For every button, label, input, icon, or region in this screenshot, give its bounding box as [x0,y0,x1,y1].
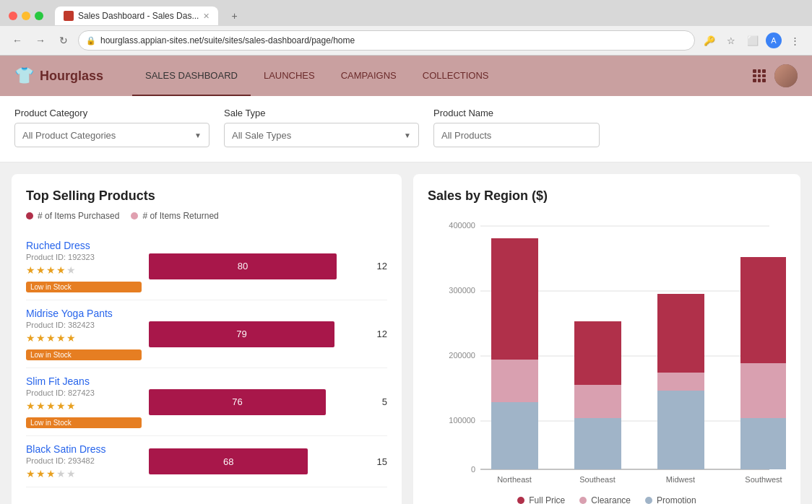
returned-value: 12 [373,261,387,271]
profile-icon[interactable]: A [766,32,782,48]
nav-collections[interactable]: COLLECTIONS [410,56,502,96]
legend-promotion-label: Promotion [657,495,696,504]
legend-returned-label: # of Items Returned [142,211,218,221]
sale-type-label: Sale Type [224,108,419,118]
bar-midwest-promotion [657,391,704,469]
returned-value: 15 [373,456,387,467]
purchased-bar: 68 [149,448,308,474]
svg-text:100000: 100000 [449,416,475,425]
star-3: ★ [46,468,56,479]
legend-dot-full-price [517,497,524,504]
bar-southeast-fullprice [574,321,621,385]
new-tab-button[interactable]: + [224,6,244,26]
reading-mode-icon[interactable]: ⬜ [744,32,761,49]
bar-wrapper: 80 [149,253,370,279]
key-icon[interactable]: 🔑 [701,32,718,49]
browser-toolbar: ← → ↻ 🔒 hourglass.appian-sites.net/suite… [0,26,812,55]
svg-text:Midwest: Midwest [666,475,695,484]
reload-button[interactable]: ↻ [55,32,72,49]
product-name-input[interactable]: All Products [433,123,600,147]
star-1: ★ [26,264,35,276]
bookmark-icon[interactable]: ☆ [722,32,740,49]
app-header: 👕 Hourglass SALES DASHBOARD LAUNCHES CAM… [0,56,812,96]
nav-sales-dashboard[interactable]: SALES DASHBOARD [132,56,251,96]
browser-chrome: Sales Dashboard - Sales Das... ✕ + ← → ↻… [0,0,812,56]
star-5: ★ [66,400,76,412]
app-logo: 👕 Hourglass [14,66,103,85]
legend-clearance-label: Clearance [591,495,631,504]
bar-southeast-promotion [574,418,621,469]
bar-northeast-promotion [491,402,538,469]
sale-type-select[interactable]: All Sale Types ▼ [224,123,419,147]
minimize-button[interactable] [22,12,30,20]
product-name-filter: Product Name All Products [433,108,600,147]
browser-tab[interactable]: Sales Dashboard - Sales Das... ✕ [55,6,218,25]
table-row: Black Satin Dress Product ID: 293482 ★ ★… [26,436,387,487]
browser-titlebar: Sales Dashboard - Sales Das... ✕ + [0,0,812,26]
star-4: ★ [56,400,66,412]
purchased-bar: 79 [149,321,334,347]
main-content: Top Selling Products # of Items Purchase… [0,162,812,504]
star-5: ★ [66,332,76,344]
app-nav: SALES DASHBOARD LAUNCHES CAMPAIGNS COLLE… [132,56,753,96]
table-row: Ruched Dress Product ID: 192323 ★ ★ ★ ★ … [26,233,387,300]
menu-icon[interactable]: ⋮ [786,32,803,49]
chart-title: Sales by Region ($) [428,188,786,204]
star-2: ★ [36,264,46,276]
bar-midwest-fullprice [657,294,704,373]
maximize-button[interactable] [35,12,43,20]
sale-type-filter: Sale Type All Sale Types ▼ [224,108,419,147]
product-name[interactable]: Black Satin Dress [26,443,142,455]
bar-southwest-clearance [740,363,786,418]
bar-container: 80 12 [149,253,387,279]
address-bar[interactable]: 🔒 hourglass.appian-sites.net/suite/sites… [78,30,695,51]
bar-container: 76 5 [149,389,387,415]
logo-icon: 👕 [14,66,34,85]
product-id: Product ID: 192323 [26,253,142,261]
product-category-select[interactable]: All Product Categories ▼ [14,123,210,147]
product-rating: ★ ★ ★ ★ ★ [26,468,142,479]
product-info: Black Satin Dress Product ID: 293482 ★ ★… [26,443,142,479]
bar-wrapper: 79 [149,321,370,347]
bar-value: 68 [223,456,233,467]
chevron-down-icon-2: ▼ [404,131,411,139]
star-2: ★ [36,468,46,479]
grid-icon[interactable] [753,69,766,82]
logo-text: Hourglass [40,69,103,84]
legend-full-price-label: Full Price [529,495,565,504]
svg-text:200000: 200000 [449,351,475,360]
product-name-value: All Products [441,130,491,141]
user-avatar[interactable] [774,64,798,87]
product-name[interactable]: Slim Fit Jeans [26,375,142,387]
tab-favicon [64,11,74,21]
back-button[interactable]: ← [9,32,26,49]
top-selling-panel: Top Selling Products # of Items Purchase… [12,174,402,504]
star-5: ★ [66,264,76,276]
bar-southwest-promotion [740,418,786,469]
tab-close-button[interactable]: ✕ [203,12,210,21]
forward-button[interactable]: → [32,32,49,49]
star-2: ★ [36,332,46,344]
star-1: ★ [26,332,35,344]
legend-purchased: # of Items Purchased [26,211,119,221]
legend-promotion: Promotion [645,495,696,504]
bar-southeast-clearance [574,385,621,418]
low-stock-badge: Low in Stock [26,349,142,360]
bar-value: 76 [232,396,242,407]
svg-text:Southeast: Southeast [579,475,616,484]
product-name[interactable]: Ruched Dress [26,240,142,251]
returned-value: 12 [373,329,387,339]
chart-area: 400000 300000 200000 100000 0 [428,215,786,490]
product-id: Product ID: 827423 [26,388,142,397]
star-1: ★ [26,400,35,412]
product-name[interactable]: Midrise Yoga Pants [26,308,142,319]
legend-dot-returned [131,212,138,220]
nav-campaigns[interactable]: CAMPAIGNS [328,56,410,96]
chart-bottom-legend: Full Price Clearance Promotion [428,495,786,504]
nav-launches[interactable]: LAUNCHES [251,56,328,96]
table-row: Midrise Yoga Pants Product ID: 382423 ★ … [26,300,387,368]
close-button[interactable] [9,12,17,20]
bar-northeast-fullprice [491,238,538,360]
url-text: hourglass.appian-sites.net/suite/sites/s… [100,35,355,45]
star-3: ★ [46,332,56,344]
